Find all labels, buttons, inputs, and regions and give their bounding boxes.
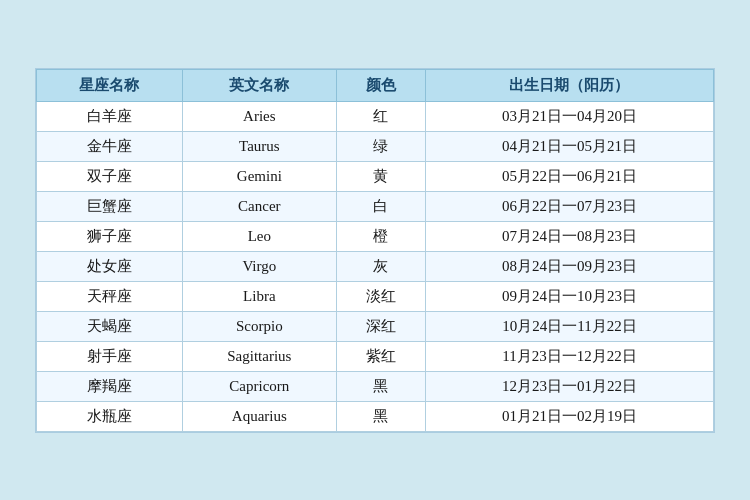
table-cell-6-2: 淡红 [336,281,425,311]
table-body: 白羊座Aries红03月21日一04月20日金牛座Taurus绿04月21日一0… [37,101,714,431]
table-cell-4-2: 橙 [336,221,425,251]
table-cell-2-3: 05月22日一06月21日 [425,161,713,191]
table-row: 狮子座Leo橙07月24日一08月23日 [37,221,714,251]
table-row: 白羊座Aries红03月21日一04月20日 [37,101,714,131]
header-cell-0: 星座名称 [37,69,183,101]
table-cell-0-3: 03月21日一04月20日 [425,101,713,131]
zodiac-table: 星座名称英文名称颜色出生日期（阳历） 白羊座Aries红03月21日一04月20… [36,69,714,432]
table-cell-6-1: Libra [182,281,336,311]
table-cell-8-3: 11月23日一12月22日 [425,341,713,371]
header-cell-3: 出生日期（阳历） [425,69,713,101]
table-cell-4-1: Leo [182,221,336,251]
table-cell-3-0: 巨蟹座 [37,191,183,221]
header-cell-2: 颜色 [336,69,425,101]
table-row: 金牛座Taurus绿04月21日一05月21日 [37,131,714,161]
table-cell-4-3: 07月24日一08月23日 [425,221,713,251]
table-cell-9-2: 黑 [336,371,425,401]
table-cell-5-2: 灰 [336,251,425,281]
table-cell-0-1: Aries [182,101,336,131]
table-cell-10-0: 水瓶座 [37,401,183,431]
table-cell-1-3: 04月21日一05月21日 [425,131,713,161]
table-cell-3-1: Cancer [182,191,336,221]
table-cell-3-3: 06月22日一07月23日 [425,191,713,221]
table-cell-10-1: Aquarius [182,401,336,431]
table-row: 双子座Gemini黄05月22日一06月21日 [37,161,714,191]
table-cell-7-3: 10月24日一11月22日 [425,311,713,341]
table-cell-5-1: Virgo [182,251,336,281]
table-cell-9-1: Capricorn [182,371,336,401]
table-cell-9-0: 摩羯座 [37,371,183,401]
table-row: 天秤座Libra淡红09月24日一10月23日 [37,281,714,311]
table-cell-0-0: 白羊座 [37,101,183,131]
table-cell-1-0: 金牛座 [37,131,183,161]
table-row: 射手座Sagittarius紫红11月23日一12月22日 [37,341,714,371]
table-cell-1-2: 绿 [336,131,425,161]
header-cell-1: 英文名称 [182,69,336,101]
table-cell-1-1: Taurus [182,131,336,161]
table-cell-9-3: 12月23日一01月22日 [425,371,713,401]
table-cell-6-3: 09月24日一10月23日 [425,281,713,311]
table-cell-5-0: 处女座 [37,251,183,281]
table-cell-6-0: 天秤座 [37,281,183,311]
table-row: 处女座Virgo灰08月24日一09月23日 [37,251,714,281]
table-cell-10-2: 黑 [336,401,425,431]
table-cell-7-1: Scorpio [182,311,336,341]
table-cell-7-2: 深红 [336,311,425,341]
table-cell-8-0: 射手座 [37,341,183,371]
table-row: 巨蟹座Cancer白06月22日一07月23日 [37,191,714,221]
table-row: 水瓶座Aquarius黑01月21日一02月19日 [37,401,714,431]
zodiac-table-wrapper: 星座名称英文名称颜色出生日期（阳历） 白羊座Aries红03月21日一04月20… [35,68,715,433]
table-cell-10-3: 01月21日一02月19日 [425,401,713,431]
table-cell-2-0: 双子座 [37,161,183,191]
table-row: 摩羯座Capricorn黑12月23日一01月22日 [37,371,714,401]
table-cell-2-2: 黄 [336,161,425,191]
table-cell-5-3: 08月24日一09月23日 [425,251,713,281]
table-cell-7-0: 天蝎座 [37,311,183,341]
table-cell-0-2: 红 [336,101,425,131]
table-cell-8-1: Sagittarius [182,341,336,371]
table-cell-3-2: 白 [336,191,425,221]
table-cell-8-2: 紫红 [336,341,425,371]
table-cell-4-0: 狮子座 [37,221,183,251]
table-header: 星座名称英文名称颜色出生日期（阳历） [37,69,714,101]
table-cell-2-1: Gemini [182,161,336,191]
table-row: 天蝎座Scorpio深红10月24日一11月22日 [37,311,714,341]
header-row: 星座名称英文名称颜色出生日期（阳历） [37,69,714,101]
